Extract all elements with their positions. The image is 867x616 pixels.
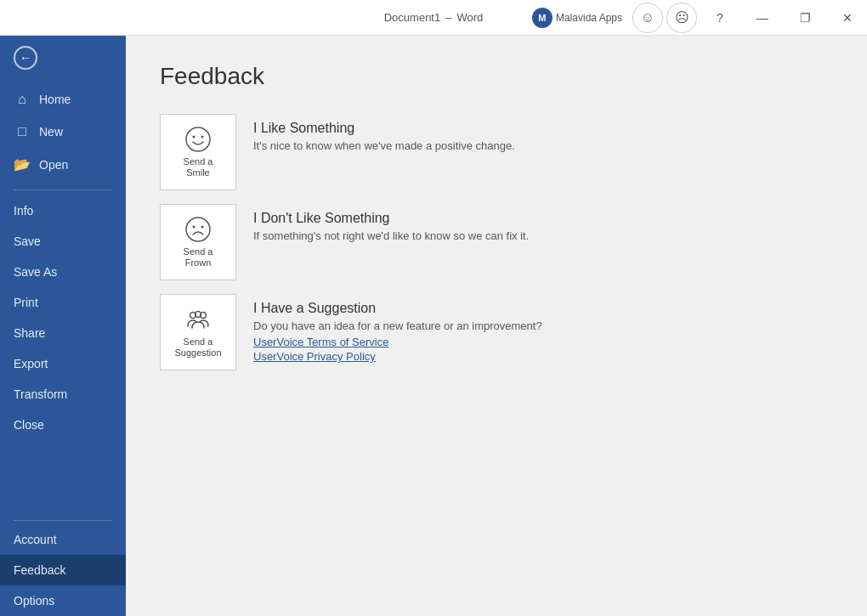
sidebar-item-close[interactable]: Close [0, 410, 126, 440]
app-name: Word [456, 11, 483, 24]
svg-point-5 [201, 225, 204, 228]
malavida-icon: M [532, 8, 552, 28]
svg-point-1 [193, 135, 196, 138]
smile-card-text: I Like Something It's nice to know when … [253, 114, 515, 155]
smile-card-icon-box: Send a Smile [160, 114, 236, 190]
sidebar-item-info[interactable]: Info [0, 195, 126, 226]
doc-name: Document1 [384, 11, 440, 24]
suggestion-card-title: I Have a Suggestion [253, 301, 542, 316]
suggestion-card-text: I Have a Suggestion Do you have an idea … [253, 294, 542, 365]
main-content: Feedback Send a Smile I Like Something I… [126, 36, 867, 616]
smile-card-title: I Like Something [253, 121, 515, 136]
suggestion-card-icon-box: Send a Suggestion [160, 294, 236, 370]
frown-face-button[interactable]: ☹ [666, 3, 697, 33]
restore-button[interactable]: ❐ [785, 0, 824, 36]
suggestion-card-label: Send a Suggestion [174, 336, 221, 359]
feedback-card-frown[interactable]: Send a Frown I Don't Like Something If s… [160, 204, 833, 280]
sidebar-nav-top: ⌂ Home □ New 📂 Open [0, 80, 126, 184]
uservoice-tos-link[interactable]: UserVoice Terms of Service [253, 336, 542, 348]
sidebar-item-home[interactable]: ⌂ Home [0, 83, 126, 116]
sidebar-item-export[interactable]: Export [0, 348, 126, 379]
help-icon: ? [717, 11, 723, 25]
frown-card-text: I Don't Like Something If something's no… [253, 204, 529, 246]
sidebar-home-label: Home [39, 93, 71, 106]
sidebar-item-save[interactable]: Save [0, 226, 126, 257]
restore-icon: ❐ [800, 11, 811, 25]
svg-point-0 [186, 127, 210, 151]
feedback-card-suggestion[interactable]: Send a Suggestion I Have a Suggestion Do… [160, 294, 833, 370]
frown-icon: ☹ [675, 9, 689, 25]
sidebar-divider-1 [14, 189, 112, 190]
open-icon: 📂 [14, 156, 31, 172]
sidebar-divider-2 [14, 520, 112, 521]
smile-face-button[interactable]: ☺ [632, 3, 663, 33]
apps-label: Malavida Apps [556, 12, 622, 24]
frown-card-icon-box: Send a Frown [160, 204, 236, 280]
page-title: Feedback [160, 63, 833, 90]
sidebar: ← ⌂ Home □ New 📂 Open Info Save Save As [0, 36, 126, 616]
frown-face-svg [184, 216, 212, 243]
smile-face-svg [184, 126, 212, 153]
svg-point-4 [193, 225, 196, 228]
suggestion-card-desc: Do you have an idea for a new feature or… [253, 319, 542, 332]
sidebar-item-saveas[interactable]: Save As [0, 257, 126, 287]
minimize-icon: — [756, 11, 768, 25]
new-icon: □ [14, 124, 31, 139]
sidebar-item-print[interactable]: Print [0, 287, 126, 318]
help-button[interactable]: ? [700, 0, 740, 36]
close-button[interactable]: ✕ [828, 0, 867, 36]
frown-card-title: I Don't Like Something [253, 211, 529, 226]
layout: ← ⌂ Home □ New 📂 Open Info Save Save As [0, 36, 867, 616]
back-icon: ← [14, 46, 37, 70]
suggestion-face-svg [184, 306, 212, 333]
sidebar-bottom: Account Feedback Options [0, 517, 126, 616]
uservoice-privacy-link[interactable]: UserVoice Privacy Policy [253, 350, 542, 363]
sidebar-item-feedback[interactable]: Feedback [0, 555, 126, 585]
home-icon: ⌂ [14, 92, 31, 107]
smile-card-desc: It's nice to know when we've made a posi… [253, 139, 515, 152]
sidebar-item-options[interactable]: Options [0, 585, 126, 616]
feedback-card-smile[interactable]: Send a Smile I Like Something It's nice … [160, 114, 833, 190]
separator: – [445, 11, 451, 24]
sidebar-new-label: New [39, 125, 63, 138]
svg-point-3 [186, 218, 210, 241]
sidebar-open-label: Open [39, 158, 68, 172]
sidebar-item-account[interactable]: Account [0, 524, 126, 555]
titlebar-center: Document1 – Word [384, 11, 484, 24]
sidebar-item-open[interactable]: 📂 Open [0, 148, 126, 181]
close-icon: ✕ [842, 11, 853, 25]
svg-point-2 [201, 135, 204, 138]
back-button[interactable]: ← [0, 36, 126, 80]
frown-card-desc: If something's not right we'd like to kn… [253, 229, 529, 242]
smile-card-label: Send a Smile [184, 156, 213, 178]
titlebar: Document1 – Word M Malavida Apps ☺ ☹ ? —… [0, 0, 867, 36]
minimize-button[interactable]: — [743, 0, 782, 36]
titlebar-right: M Malavida Apps ☺ ☹ ? — ❐ ✕ [532, 0, 867, 36]
frown-card-label: Send a Frown [184, 246, 213, 268]
sidebar-item-share[interactable]: Share [0, 318, 126, 348]
smile-icon: ☺ [641, 10, 654, 25]
sidebar-item-transform[interactable]: Transform [0, 379, 126, 410]
malavida-badge: M Malavida Apps [532, 8, 622, 28]
sidebar-item-new[interactable]: □ New [0, 116, 126, 148]
